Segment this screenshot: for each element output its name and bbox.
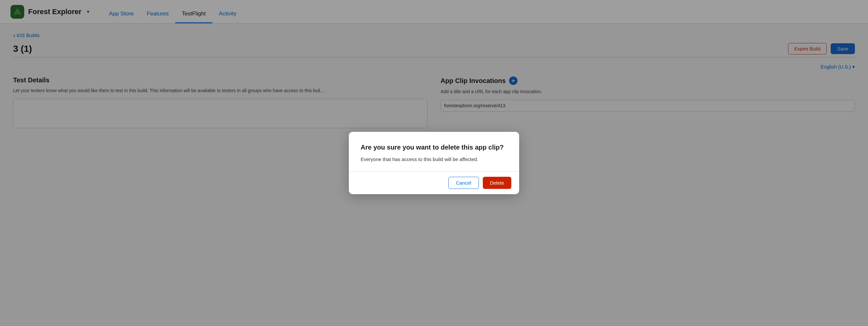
modal-footer: Cancel Delete	[349, 171, 519, 194]
modal-body: Are you sure you want to delete this app…	[349, 132, 519, 171]
delete-button[interactable]: Delete	[483, 177, 511, 189]
delete-confirmation-modal: Are you sure you want to delete this app…	[349, 132, 519, 194]
modal-message: Everyone that has access to this build w…	[361, 156, 507, 163]
modal-overlay: Are you sure you want to delete this app…	[0, 0, 868, 326]
cancel-button[interactable]: Cancel	[448, 177, 479, 189]
modal-title: Are you sure you want to delete this app…	[361, 144, 507, 151]
